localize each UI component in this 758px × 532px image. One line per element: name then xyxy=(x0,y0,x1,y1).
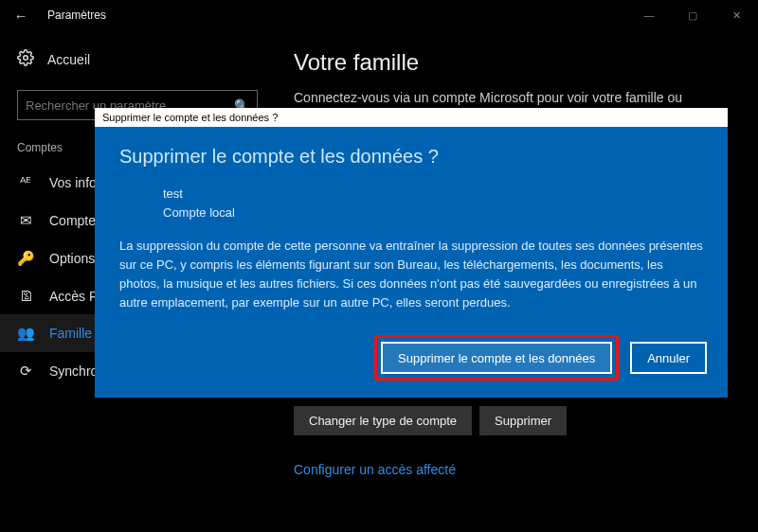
titlebar: ← Paramètres — ▢ ✕ xyxy=(0,0,758,30)
highlight-box: Supprimer le compte et les données xyxy=(374,335,619,381)
cancel-button[interactable]: Annuler xyxy=(630,342,707,374)
people-icon: 👥 xyxy=(17,325,34,342)
window-controls: — ▢ ✕ xyxy=(627,0,758,30)
svg-point-0 xyxy=(24,56,28,61)
account-buttons: Changer le type de compte Supprimer xyxy=(294,406,739,435)
modal-titlebar: Supprimer le compte et les données ? xyxy=(95,108,728,127)
briefcase-icon: 🖻 xyxy=(17,288,34,304)
confirm-delete-button[interactable]: Supprimer le compte et les données xyxy=(381,342,612,374)
gear-icon xyxy=(17,49,34,69)
modal-account-name: test xyxy=(163,185,703,204)
close-button[interactable]: ✕ xyxy=(714,0,758,30)
modal-account-type: Compte local xyxy=(163,204,703,222)
maximize-button[interactable]: ▢ xyxy=(671,0,714,30)
modal-title: Supprimer le compte et les données ? xyxy=(119,146,703,168)
assigned-access-link[interactable]: Configurer un accès affecté xyxy=(294,462,739,477)
page-description: Connectez-vous via un compte Microsoft p… xyxy=(294,89,739,108)
remove-account-button[interactable]: Supprimer xyxy=(479,406,567,435)
modal-account-info: test Compte local xyxy=(119,185,703,222)
person-icon: ᴬᴱ xyxy=(17,174,34,191)
sidebar-home-label: Accueil xyxy=(47,52,90,67)
modal-buttons: Supprimer le compte et les données Annul… xyxy=(374,335,707,381)
sync-icon: ⟳ xyxy=(17,363,34,380)
modal-body-text: La suppression du compte de cette person… xyxy=(119,237,703,313)
sidebar-home[interactable]: Accueil xyxy=(0,42,275,77)
key-icon: 🔑 xyxy=(17,250,34,267)
minimize-button[interactable]: — xyxy=(627,0,671,30)
mail-icon: ✉ xyxy=(17,212,34,229)
back-button[interactable]: ← xyxy=(6,0,36,30)
page-title: Votre famille xyxy=(294,49,739,76)
delete-account-modal: Supprimer le compte et les données ? tes… xyxy=(95,127,728,398)
window-title: Paramètres xyxy=(36,9,106,22)
change-account-type-button[interactable]: Changer le type de compte xyxy=(294,406,472,435)
modal-titlebar-text: Supprimer le compte et les données ? xyxy=(102,112,278,123)
